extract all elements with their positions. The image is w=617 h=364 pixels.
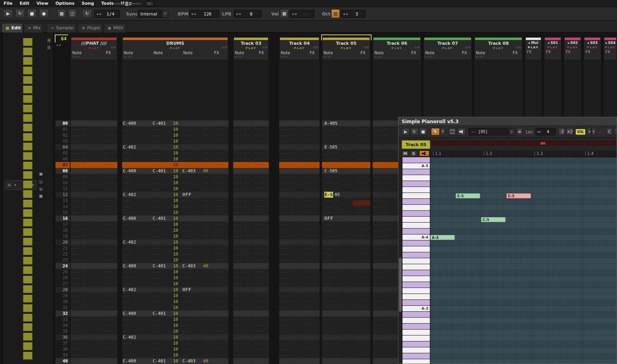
pattern-row[interactable]: --- ······ [233,346,269,352]
fx-cell[interactable]: ···· [305,174,316,180]
pattern-row[interactable]: --- ······ [322,150,370,156]
pattern-row[interactable]: ------10---······ [122,186,228,192]
note-cell[interactable]: --- ·· [71,340,87,346]
note-cell[interactable]: --- [182,257,190,263]
note-cell[interactable]: --- [153,221,161,227]
piano-key-ds5[interactable] [402,199,430,204]
track-play-button[interactable]: PLAY [584,46,601,50]
note-cell[interactable]: --- ·· [234,316,250,322]
note-cell[interactable]: --- [123,251,131,257]
note-cell[interactable]: --- ·· [71,174,87,180]
volume-cell[interactable]: 10 [173,120,178,126]
fx-cell[interactable]: ···· [103,311,114,316]
scopes-button[interactable]: ◫ [145,1,154,6]
piano-key-a-3[interactable]: A-3 [402,306,430,311]
note-cell[interactable]: --- ·· [280,215,296,221]
note-cell[interactable]: --- [182,221,190,227]
pattern-row[interactable]: --- ······ [233,192,269,198]
fx-cell[interactable]: ···· [356,150,367,156]
volume-cell[interactable]: ·· [203,257,208,263]
note-cell[interactable]: --- [153,245,161,251]
note-cell[interactable]: C-400 [123,311,136,316]
note-cell[interactable]: --- ·· [234,293,250,299]
fx-cell[interactable]: ···· [213,221,224,227]
fx-cell[interactable]: ···· [356,293,367,299]
pattern-row[interactable]: --- ······ [279,144,320,150]
pattern-row[interactable]: --- ······ [279,305,320,311]
fx-cell[interactable]: ···· [356,126,367,132]
pattern-row[interactable]: --- ······ [279,358,320,364]
note-cell[interactable]: --- [182,180,190,186]
note-cell[interactable]: --- ·· [280,311,296,316]
decrease-arrow[interactable]: ◂ [537,130,538,133]
fx-cell[interactable]: ···· [213,198,224,204]
pattern-row[interactable]: --- ······ [71,186,117,192]
fx-cell[interactable]: ···· [305,204,316,210]
volume-cell[interactable]: ·· [203,287,208,293]
pattern-row[interactable]: --- ······ [71,168,117,174]
fx-cell[interactable]: ···· [356,299,367,305]
volume-cell[interactable]: ·· [203,299,208,305]
value-increase[interactable]: ▸ [592,128,596,135]
note-cell[interactable]: --- ·· [280,210,296,215]
fx-cell[interactable]: ···· [213,192,224,198]
fx-cell[interactable]: ···· [255,334,265,340]
fx-cell[interactable]: ···· [213,132,224,138]
note-cell[interactable]: --- [153,287,161,293]
note-cell[interactable]: --- ·· [71,311,87,316]
fx-cell[interactable]: ···· [103,126,114,132]
note-cell[interactable]: --- [123,322,131,328]
volume-cell[interactable]: 10 [173,311,178,316]
fx-cell[interactable]: ···· [255,180,265,186]
volume-cell[interactable]: ·· [203,174,208,180]
fx-cell[interactable]: ···· [356,221,367,227]
mute-button[interactable]: M [402,151,409,156]
volume-cell[interactable]: 10 [173,251,178,257]
piano-key-gs5[interactable] [402,169,430,175]
note-cell[interactable]: --- ·· [234,180,250,186]
pattern-row[interactable]: --- ······ [279,186,320,192]
pattern-row[interactable]: --- ······ [71,233,117,239]
pattern-option-button[interactable]: ▤ [46,37,52,44]
pattern-row[interactable]: A-405···· [322,120,370,126]
note-cell[interactable]: --- [182,239,190,245]
note-cell[interactable]: --- [123,162,131,168]
note-cell[interactable]: --- ·· [280,233,296,239]
fx-cell[interactable]: ···· [356,311,367,316]
tab-mix[interactable]: ≡Mix [24,23,43,32]
note-cell[interactable]: --- ·· [234,126,250,132]
volume-cell[interactable]: 10 [173,204,178,210]
volume-cell[interactable]: 10 [173,293,178,299]
note-cell[interactable]: --- ·· [234,269,250,275]
fx-cell[interactable]: ···· [103,198,114,204]
pattern-row[interactable]: --- ······ [71,275,117,281]
sequence-slot[interactable] [23,105,33,112]
note-cell[interactable]: --- [153,144,161,150]
note-cell[interactable]: --- [182,210,190,215]
volume-cell[interactable]: ·· [203,221,208,227]
fx-cell[interactable]: ···· [213,150,224,156]
volume-cell[interactable]: ·· [203,186,208,192]
fx-cell[interactable]: ···· [103,322,114,328]
track-header-s03[interactable]: ◂ S03PLAYFX [584,37,601,60]
fx-cell[interactable]: ···· [356,305,367,311]
note-cell[interactable]: --- ·· [374,215,389,221]
note-cell[interactable]: --- ·· [280,138,296,144]
pattern-row[interactable]: --- ······ [71,269,117,275]
fx-cell[interactable]: ···· [103,210,114,215]
fx-cell[interactable]: ···· [213,215,224,221]
column-add-remove-buttons[interactable]: ⊟⊞ [414,46,420,49]
pattern-row[interactable]: --- ······ [233,340,269,346]
note-cell[interactable]: --- ·· [280,120,296,126]
note-cell[interactable]: --- [182,233,190,239]
note-cell[interactable]: --- ·· [234,215,250,221]
note-cell[interactable]: --- ·· [324,322,340,328]
pattern-row[interactable]: ------10---······ [122,281,228,287]
fx-cell[interactable]: ···· [213,210,224,215]
loop-button[interactable]: ↻ [15,9,25,18]
volume-cell[interactable]: 10 [173,328,178,334]
volume-cell[interactable]: 10 [173,221,178,227]
pattern-row[interactable]: ------10---······ [122,180,228,186]
fx-cell[interactable]: ···· [305,346,316,352]
fx-cell[interactable]: ···· [103,328,114,334]
